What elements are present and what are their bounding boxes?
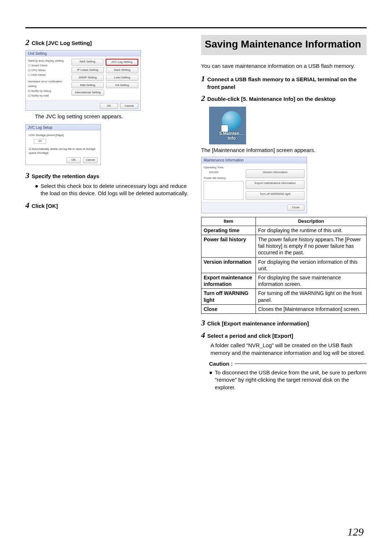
right-column: Saving Maintenance Information You can s… <box>201 35 367 393</box>
window-title: Unit Setting <box>26 50 140 57</box>
caution-bullet: ● To disconnect the USB device from the … <box>209 369 367 391</box>
label-cpu: CPU Meter <box>31 69 46 72</box>
maintenance-info-screenshot: Maintenance Information Operating Time 1… <box>201 157 307 213</box>
cell-item: Export maintenance information <box>201 273 256 288</box>
jvc-log-setting-button[interactable]: JVC Log Setting <box>106 59 138 66</box>
section-heading: Saving Maintenance Information <box>205 38 363 50</box>
export-maintenance-button[interactable]: Export maintenance information <box>246 180 305 189</box>
caution-text: To disconnect the USB device from the un… <box>215 369 367 391</box>
table-row: Export maintenance informationFor displa… <box>201 273 367 288</box>
cell-item: Operating time <box>201 226 256 235</box>
version-info-button[interactable]: Version information <box>246 169 305 178</box>
step-text: Click [OK] <box>32 202 58 210</box>
caption-mi: The [Maintenance Information] screen app… <box>201 147 367 154</box>
ok-button[interactable]: OK <box>100 103 118 109</box>
window-title: Maintenance Information <box>201 157 307 164</box>
description-table: Item Description Operating timeFor displ… <box>201 217 367 314</box>
caution-rule <box>235 364 367 364</box>
page-number: 129 <box>347 526 364 538</box>
load-setting-button[interactable]: Load Setting <box>106 75 138 81</box>
cell-desc: For turning off the WARNING light on the… <box>256 289 367 304</box>
window-title: JVC Log Setup <box>26 124 101 131</box>
cell-desc: Closes the [Maintenance Information] scr… <box>256 304 367 313</box>
left-column: 2 Click [JVC Log Setting] Unit Setting S… <box>25 35 191 393</box>
cell-desc: For displaying the save maintenance info… <box>256 273 367 288</box>
auto-delete-label: Automatically delete old log file in cas… <box>29 147 95 155</box>
table-header-item: Item <box>201 217 256 226</box>
button-grid: NAS Setting JVC Log Setting IP Lease Set… <box>72 59 138 98</box>
cb-smart: ☐ Smart Client <box>28 63 72 68</box>
table-row: Power fail historyThe power failure hist… <box>201 235 367 258</box>
caution-heading: Caution : <box>209 360 367 368</box>
table-row: Operating timeFor displaying the runtime… <box>201 226 367 235</box>
cell-item: Power fail history <box>201 235 256 258</box>
cell-desc: For displaying the version information o… <box>256 257 367 273</box>
cancel-button[interactable]: Cancel <box>120 103 138 109</box>
bullet-icon: ● <box>209 369 213 391</box>
caption-jvc-log: The JVC log setting screen appears. <box>35 113 191 120</box>
label-nm: Notify by mail <box>31 94 49 97</box>
step-number: 3 <box>25 170 29 181</box>
cb-cpu: ☑ CPU Meter <box>28 68 72 73</box>
label-auto: StartUp auto-display setting <box>28 59 72 63</box>
bullet-text: Select this check box to delete unnecess… <box>41 182 191 197</box>
step-text: Connect a USB flash memory to a SERIAL t… <box>207 76 367 91</box>
left-panel: StartUp auto-display setting ☐ Smart Cli… <box>28 59 72 98</box>
power-fail-listbox <box>204 181 244 200</box>
step4-body: A folder called "NVR_Log" will be create… <box>211 342 367 357</box>
auto-delete-checkbox[interactable]: ☑ Automatically delete old log file in c… <box>29 147 98 155</box>
step-number: 1 <box>201 73 205 84</box>
intro-text: You can save maintenance information on … <box>201 62 367 70</box>
cb-notify-mail: ☑ Notify by mail <box>28 94 72 98</box>
step-r2: 2 Double-click [5. Maintenance Info] on … <box>201 93 367 104</box>
init-setting-button[interactable]: Init Setting <box>106 82 138 89</box>
cell-desc: The power failure history appears.The [P… <box>256 235 367 258</box>
ip-lease-setting-button[interactable]: IP Lease Setting <box>72 67 104 73</box>
step-number: 4 <box>201 330 205 341</box>
jvc-log-setup-screenshot: JVC Log Setup LOG Storage period [Days] … <box>25 124 101 165</box>
snmp-setting-button[interactable]: SNMP Setting <box>72 75 104 81</box>
step-4: 4 Click [OK] <box>25 200 191 211</box>
international-setting-button[interactable]: International Setting <box>72 90 104 96</box>
close-button[interactable]: Close <box>287 205 305 211</box>
desktop-icon[interactable]: ↗ 5.Mainten… Info <box>209 107 246 144</box>
storage-period-value[interactable]: 10 <box>34 139 46 144</box>
step-r4: 4 Select a period and click [Export] <box>201 330 367 341</box>
step-number: 2 <box>25 37 29 48</box>
step-text: Double-click [5. Maintenance Info] on th… <box>207 95 335 103</box>
operating-time-label: Operating Time <box>204 166 244 170</box>
step-number: 3 <box>201 317 205 328</box>
step-text: Click [JVC Log Setting] <box>32 40 92 47</box>
cancel-button[interactable]: Cancel <box>83 157 98 163</box>
table-header-desc: Description <box>256 217 367 226</box>
nas-setting-button[interactable]: NAS Setting <box>72 59 103 66</box>
mail-setting-button[interactable]: Mail Setting <box>72 82 104 89</box>
cb-notify-dialog: ☑ Notify by dialog <box>28 89 72 94</box>
step-text: Specify the retention days <box>32 173 99 180</box>
cb-hdd: ☐ HDD Meter <box>28 73 72 78</box>
cell-item: Turn off WARNING light <box>201 289 256 304</box>
table-row: Version informationFor displaying the ve… <box>201 257 367 273</box>
label-nd: Notify by dialog <box>31 89 51 93</box>
maintenance-info-icon: ↗ <box>222 111 241 131</box>
save-setting-button[interactable]: Save Setting <box>106 67 138 73</box>
ok-button[interactable]: OK <box>66 157 81 163</box>
table-row: Turn off WARNING lightFor turning off th… <box>201 289 367 304</box>
top-rule <box>25 27 367 28</box>
step-number: 2 <box>201 93 205 104</box>
storage-period-label: LOG Storage period [Days] <box>29 134 98 138</box>
step-r3: 3 Click [Export maintenance information] <box>201 317 367 328</box>
bullet-step3: ● Select this check box to delete unnece… <box>35 182 191 197</box>
cell-item: Close <box>201 304 256 313</box>
operating-time-value: 161183 <box>209 171 244 175</box>
section-heading-box: Saving Maintenance Information <box>201 35 367 55</box>
power-fail-label: Power fail history <box>204 176 244 180</box>
caution-label: Caution : <box>209 360 233 368</box>
label-hdd: HDD Meter <box>31 73 46 77</box>
step-2: 2 Click [JVC Log Setting] <box>25 37 191 48</box>
step-3: 3 Specify the retention days <box>25 170 191 181</box>
turn-off-warning-button[interactable]: Turn off WARNING light <box>246 191 305 200</box>
cell-desc: For displaying the runtime of this unit. <box>256 226 367 235</box>
step-text: Click [Export maintenance information] <box>207 320 309 327</box>
step-number: 4 <box>25 200 29 211</box>
